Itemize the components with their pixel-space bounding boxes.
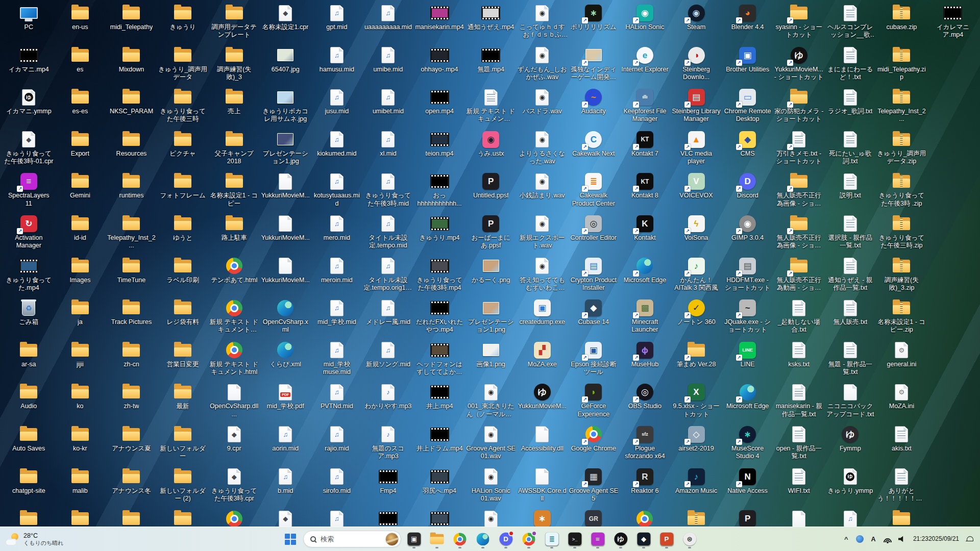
desktop-icon[interactable]: 通知うぜえ - 親作品一覧.txt [825, 254, 876, 296]
desktop-icon[interactable]: ♫meroin.mid [311, 254, 363, 296]
desktop-icon[interactable]: ラベル印刷 [157, 254, 209, 296]
clock[interactable]: 21:23 2025/09/21 [910, 531, 963, 548]
desktop-icon[interactable]: きゅうり [157, 1, 209, 43]
desktop-icon[interactable]: ♫aorin.mid [260, 422, 311, 465]
desktop-icon[interactable]: es-es [55, 85, 106, 128]
desktop-icon[interactable]: ゆFymmp [825, 422, 876, 465]
desktop-icon[interactable]: R↗Reaktor 6 [619, 465, 671, 507]
desktop-icon[interactable]: ◗↗GeForce Experience [568, 380, 620, 422]
desktop-icon[interactable]: Track Pictures [106, 296, 157, 338]
desktop-icon[interactable]: ♪↗Amazon Music [671, 465, 722, 507]
desktop-icon[interactable]: ↗孤独なインディーゲーム開発者の一生 ... [568, 43, 620, 86]
desktop-icon[interactable]: ◆↗CMS [722, 128, 773, 170]
desktop-icon[interactable]: ↗筆まめ Ver.28 [671, 338, 722, 381]
desktop-icon[interactable]: ohhayo-.mp4 [414, 43, 465, 86]
desktop-icon[interactable]: YukkuriMovieM... [260, 169, 311, 212]
desktop-icon[interactable] [106, 507, 157, 527]
desktop-icon[interactable]: ♫kiokumed.mid [311, 128, 363, 170]
desktop-icon[interactable]: きゅうりボカコレ用サムネ.jpg [260, 85, 311, 128]
desktop-icon[interactable]: ♫uaaaaaaaaa.mid [362, 1, 414, 43]
desktop-icon[interactable]: ◆↗Cubase 14 [568, 296, 620, 338]
desktop-icon[interactable]: ♫umibe.mid [362, 43, 414, 86]
desktop-icon[interactable]: ♪わかりやす.mp3 [362, 380, 414, 422]
desktop-icon[interactable]: open - 親作品一覧.txt [773, 422, 825, 465]
desktop-icon[interactable]: ゆきゅうり.ymmp [825, 465, 876, 507]
desktop-icon[interactable]: ∗↗MuseScore Studio 4 [722, 422, 773, 465]
desktop-icon[interactable]: 無人販売.txt [825, 296, 876, 338]
desktop-icon[interactable]: ◉小銭詰まり.wav [517, 169, 568, 212]
desktop-icon[interactable]: Telepathy_Inst_2... [876, 85, 927, 128]
desktop-icon[interactable]: Resources [106, 128, 157, 170]
desktop-icon[interactable]: ◉バスドラ.wav [517, 85, 568, 128]
desktop-icon[interactable]: ♫xl.mid [362, 128, 414, 170]
desktop-icon[interactable]: ♫mid_学校 muse.mid [311, 338, 363, 381]
desktop-icon[interactable]: ◉Groove Agent SE 01.wav [465, 422, 517, 465]
desktop-icon[interactable]: GR [568, 507, 620, 527]
desktop-icon[interactable]: ♫メドレー風.mid [362, 296, 414, 338]
desktop-icon[interactable]: ◉うみ.ustx [465, 128, 517, 170]
desktop-icon[interactable]: 調声用データテンプレート [208, 1, 260, 43]
desktop-icon[interactable]: レジ袋有料 [157, 296, 209, 338]
desktop-icon[interactable]: manisekarin.mp4 [414, 1, 465, 43]
desktop-icon[interactable]: ◑↗Steinberg Downlo... [671, 43, 722, 86]
desktop-icon[interactable]: Audio [3, 380, 55, 422]
desktop-icon[interactable]: LINE↗LINE [722, 338, 773, 381]
desktop-icon[interactable]: ♫rajio.mid [311, 422, 363, 465]
desktop-icon[interactable]: C↗Cakewalk Next [568, 128, 620, 170]
desktop-icon[interactable]: ありがとう！！！！！！.txt [876, 465, 927, 507]
desktop-icon[interactable]: ▲↗VLC media player [671, 128, 722, 170]
desktop-icon[interactable]: 売上 [208, 85, 260, 128]
desktop-icon[interactable]: ♫新規ソング.mid [362, 338, 414, 381]
desktop-icon[interactable]: ◉↗Steam [671, 1, 722, 43]
ime-indicator[interactable]: A [867, 531, 879, 548]
desktop-icon[interactable]: 画像1.png [465, 338, 517, 381]
desktop-icon[interactable] [208, 507, 260, 527]
desktop-icon[interactable]: ∗↗ポリリリリズム [568, 1, 620, 43]
desktop-icon[interactable]: 名称未設定1 - コピー [208, 169, 260, 212]
tray-app-icon[interactable] [853, 531, 866, 548]
desktop-icon[interactable]: ▣createdump.exe [517, 296, 568, 338]
desktop-icon[interactable]: ◉001_東北きりたん（ノーマル）_今じゃ... [465, 380, 517, 422]
desktop-icon[interactable]: ◎↗Controller Editor [568, 212, 620, 254]
desktop-icon[interactable]: K↗Kontakt [619, 212, 671, 254]
desktop-icon[interactable]: 無題.mp4 [465, 43, 517, 86]
desktop-icon[interactable]: manisekarin - 親作品一覧.txt [773, 380, 825, 422]
desktop-icon[interactable]: ラジオ_歌詞.txt [825, 85, 876, 128]
desktop-icon[interactable]: ≣↗Cakewalk Product Center [568, 169, 620, 212]
desktop-icon[interactable]: TimeTune [106, 254, 157, 296]
taskbar-app-cubase[interactable]: ◆ [633, 529, 654, 549]
desktop-icon[interactable]: Fmp4 [362, 465, 414, 507]
desktop-icon[interactable]: X↗9.5.xlsx - ショートカット [671, 380, 722, 422]
desktop-icon[interactable]: zh-cn [106, 338, 157, 381]
desktop-icon[interactable]: KT↗Kontakt 7 [619, 128, 671, 170]
desktop-icon[interactable]: ↗Microsoft Edge [722, 380, 773, 422]
desktop-icon[interactable]: ♫gpt.mid [311, 1, 363, 43]
desktop-icon[interactable]: N↗Native Access [722, 465, 773, 507]
desktop-icon[interactable]: midi_Telepathy [106, 1, 157, 43]
desktop-icon[interactable] [876, 507, 927, 527]
desktop-icon[interactable]: きゅうり食ってた午後三時.zip [876, 212, 927, 254]
desktop-icon[interactable]: ♫kotusytuaaus.mid [311, 169, 363, 212]
desktop-icon[interactable]: teion.mp4 [414, 128, 465, 170]
desktop-icon[interactable]: PC [3, 1, 55, 43]
desktop-icon[interactable]: ⚙MoZA.ini [876, 380, 927, 422]
desktop-icon[interactable]: ♫hamusu.mid [311, 43, 363, 86]
desktop-icon[interactable]: イカレマニア.mp4 [927, 1, 979, 43]
desktop-icon[interactable]: プレゼンテーション1.png [465, 296, 517, 338]
desktop-icon[interactable]: ヘルスコンプレッション__歌詞.txt [825, 1, 876, 43]
desktop-icon[interactable]: くらび.xml [260, 338, 311, 381]
taskbar-app-edge[interactable] [473, 529, 493, 549]
desktop-icon[interactable]: ↗無人販売不正行為画像 - ショートカット [773, 212, 825, 254]
desktop-icon[interactable]: きゅうり食ってた.mp4 [3, 254, 55, 296]
desktop-icon[interactable]: ♫きゅうり食ってた午後3時.mid [362, 169, 414, 212]
desktop-icon[interactable]: ♫PVTNd.mid [311, 380, 363, 422]
desktop-icon[interactable]: きゅうり.mp4 [414, 212, 465, 254]
desktop-icon[interactable]: 通知うぜえ.mp4 [465, 1, 517, 43]
desktop-icon[interactable]: 選択肢 - 親作品一覧.txt [825, 212, 876, 254]
desktop-icon[interactable]: 路上駐車 [208, 212, 260, 254]
desktop-icon[interactable]: Auto Saves [3, 422, 55, 465]
desktop-icon[interactable]: ◉新規エクスポート.wav [517, 212, 568, 254]
desktop-icon[interactable]: e↗Internet Explorer [619, 43, 671, 86]
desktop-icon[interactable]: だれだFXいれたやつ.mp4 [414, 296, 465, 338]
wifi-icon[interactable] [880, 531, 895, 548]
